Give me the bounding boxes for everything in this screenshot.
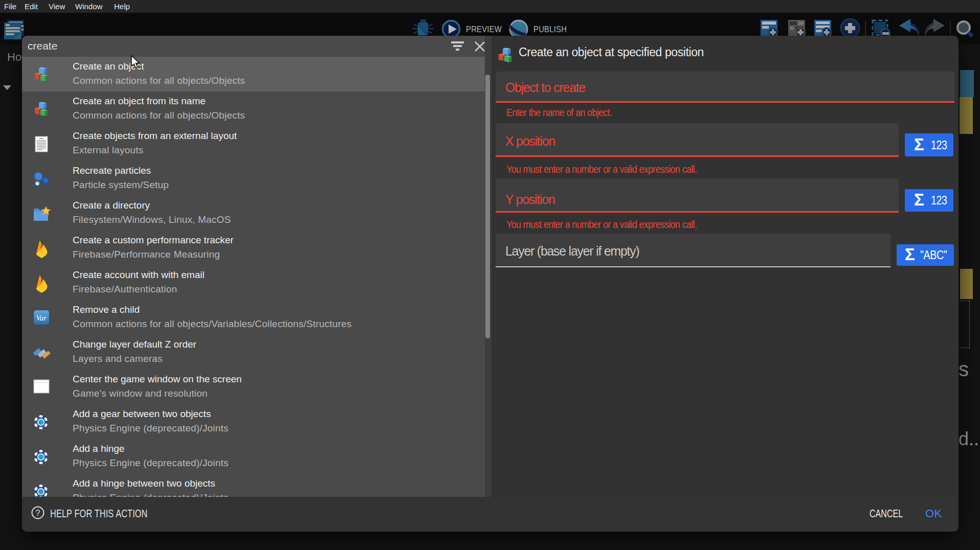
- svg-text:?: ?: [36, 509, 40, 517]
- svg-text:Var: Var: [36, 314, 47, 322]
